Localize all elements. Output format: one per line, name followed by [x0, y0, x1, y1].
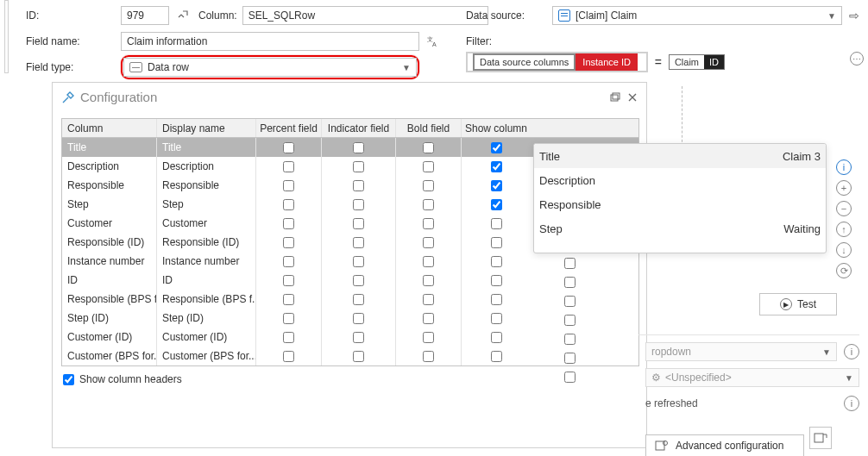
link-icon[interactable]: [174, 7, 192, 24]
cell-bold[interactable]: [396, 195, 462, 214]
bold-checkbox[interactable]: [423, 275, 434, 286]
cell-display[interactable]: ID: [157, 271, 256, 290]
cell-bold[interactable]: [396, 233, 462, 252]
indicator-checkbox[interactable]: [353, 161, 364, 172]
cell-indicator[interactable]: [322, 138, 396, 157]
show-checkbox[interactable]: [491, 332, 502, 343]
hdr-indicator[interactable]: Indicator field: [322, 119, 396, 137]
chip-claim-id[interactable]: Claim ID: [669, 54, 725, 70]
cell-display[interactable]: Customer (BPS for...: [157, 347, 256, 365]
cell-display[interactable]: Responsible (ID): [157, 233, 256, 252]
info-icon[interactable]: i: [844, 396, 859, 411]
cell-bold[interactable]: [396, 328, 462, 347]
bold-checkbox[interactable]: [423, 237, 434, 248]
show-checkbox[interactable]: [491, 199, 502, 210]
show-checkbox[interactable]: [564, 315, 576, 326]
indicator-checkbox[interactable]: [353, 332, 364, 343]
minus-icon[interactable]: −: [836, 201, 852, 216]
percent-checkbox[interactable]: [283, 218, 294, 229]
cell-display[interactable]: Title: [157, 138, 256, 157]
cell-bold[interactable]: [396, 271, 462, 290]
indicator-checkbox[interactable]: [353, 275, 364, 286]
cell-display[interactable]: Description: [157, 157, 256, 176]
hdr-show[interactable]: Show column: [462, 119, 531, 137]
cell-percent[interactable]: [256, 252, 322, 271]
percent-checkbox[interactable]: [283, 180, 294, 191]
cell-percent[interactable]: [256, 271, 322, 290]
percent-checkbox[interactable]: [283, 351, 294, 362]
cell-indicator[interactable]: [322, 195, 396, 214]
plus-icon[interactable]: +: [836, 180, 852, 196]
indicator-checkbox[interactable]: [353, 313, 364, 324]
cell-indicator[interactable]: [322, 252, 396, 271]
cell-indicator[interactable]: [322, 271, 396, 290]
refresh-icon[interactable]: ⟳: [836, 263, 852, 278]
cell-percent[interactable]: [256, 290, 322, 309]
show-checkbox[interactable]: [564, 296, 576, 307]
cell-percent[interactable]: [256, 176, 322, 195]
cell-percent[interactable]: [256, 214, 322, 233]
cell-indicator[interactable]: [322, 290, 396, 309]
show-headers-checkbox[interactable]: [63, 374, 74, 385]
show-checkbox[interactable]: [491, 161, 502, 172]
cell-percent[interactable]: [256, 309, 322, 328]
bold-checkbox[interactable]: [423, 294, 434, 305]
show-checkbox[interactable]: [491, 256, 502, 267]
percent-checkbox[interactable]: [283, 142, 294, 153]
bold-checkbox[interactable]: [423, 161, 434, 172]
show-cell-extra[interactable]: [535, 272, 604, 291]
cell-display[interactable]: Responsible: [157, 176, 256, 195]
cell-show[interactable]: [462, 233, 531, 252]
show-cell-extra[interactable]: [535, 253, 604, 272]
cell-indicator[interactable]: [322, 328, 396, 347]
cell-bold[interactable]: [396, 309, 462, 328]
show-cell-extra[interactable]: [535, 348, 604, 367]
bold-checkbox[interactable]: [423, 199, 434, 210]
cell-display[interactable]: Customer (ID): [157, 328, 256, 347]
info-icon[interactable]: i: [836, 159, 852, 175]
show-cell-extra[interactable]: [535, 310, 604, 329]
cell-show[interactable]: [462, 290, 531, 309]
behavior-dropdown[interactable]: ropdown ▼: [645, 342, 837, 361]
indicator-checkbox[interactable]: [353, 180, 364, 191]
show-checkbox[interactable]: [564, 277, 576, 288]
close-icon[interactable]: [627, 92, 638, 103]
show-checkbox[interactable]: [491, 142, 502, 153]
filter-expression[interactable]: Data source columns Instance ID: [466, 52, 648, 72]
test-button[interactable]: ▶ Test: [759, 293, 837, 315]
up-icon[interactable]: ↑: [836, 222, 852, 237]
cell-show[interactable]: [462, 195, 531, 214]
cell-display[interactable]: Step (ID): [157, 309, 256, 328]
cell-show[interactable]: [462, 157, 531, 176]
show-checkbox[interactable]: [491, 275, 502, 286]
hdr-column[interactable]: Column: [62, 119, 157, 137]
show-checkbox[interactable]: [564, 258, 576, 269]
cell-percent[interactable]: [256, 157, 322, 176]
show-checkbox[interactable]: [564, 353, 576, 364]
chip-instance-id[interactable]: Instance ID: [576, 53, 638, 71]
more-icon[interactable]: ⋯: [850, 52, 864, 66]
cell-bold[interactable]: [396, 290, 462, 309]
show-cell-extra[interactable]: [535, 367, 604, 386]
cell-show[interactable]: [462, 252, 531, 271]
cell-show[interactable]: [462, 309, 531, 328]
cell-indicator[interactable]: [322, 176, 396, 195]
cell-display[interactable]: Responsible (BPS f...: [157, 290, 256, 309]
cell-show[interactable]: [462, 214, 531, 233]
cell-indicator[interactable]: [322, 157, 396, 176]
show-checkbox[interactable]: [491, 351, 502, 362]
indicator-checkbox[interactable]: [353, 294, 364, 305]
cell-percent[interactable]: [256, 347, 322, 365]
chip-datasource-columns[interactable]: Data source columns: [473, 53, 576, 71]
cell-bold[interactable]: [396, 176, 462, 195]
cell-bold[interactable]: [396, 138, 462, 157]
show-cell-extra[interactable]: [535, 291, 604, 310]
restore-icon[interactable]: [610, 92, 620, 103]
show-checkbox[interactable]: [491, 180, 502, 191]
percent-checkbox[interactable]: [283, 199, 294, 210]
cell-indicator[interactable]: [322, 233, 396, 252]
cell-indicator[interactable]: [322, 347, 396, 365]
cell-bold[interactable]: [396, 252, 462, 271]
panel-handle[interactable]: [4, 0, 9, 73]
bold-checkbox[interactable]: [423, 313, 434, 324]
